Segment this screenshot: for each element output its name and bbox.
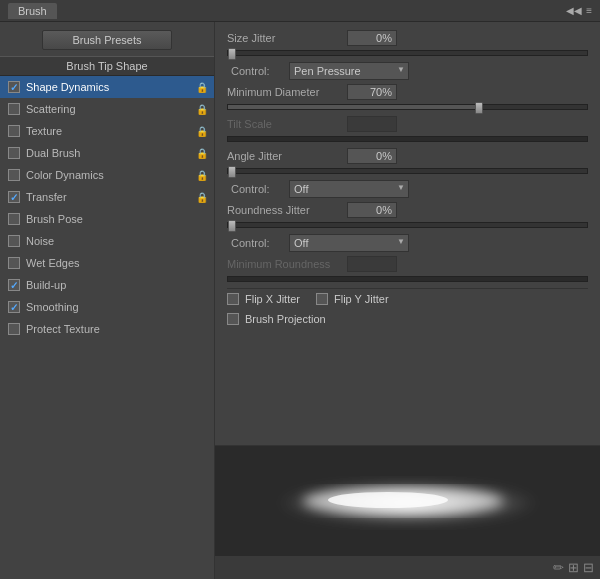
tilt-scale-row: Tilt Scale <box>227 116 588 132</box>
flip-x-row: Flip X Jitter <box>227 293 300 305</box>
min-diameter-thumb[interactable] <box>475 102 483 114</box>
angle-control-row: Control: Off Fade Pen Pressure Pen Tilt <box>227 180 588 198</box>
size-jitter-track[interactable] <box>227 50 588 56</box>
bottom-icon-2[interactable]: ⊞ <box>568 560 579 575</box>
min-roundness-value[interactable] <box>347 256 397 272</box>
menu-icon[interactable]: ≡ <box>586 5 592 16</box>
checkbox-flip-y[interactable] <box>316 293 328 305</box>
size-jitter-thumb[interactable] <box>228 48 236 60</box>
size-jitter-slider[interactable] <box>227 50 588 56</box>
min-diameter-label: Minimum Diameter <box>227 86 347 98</box>
checkbox-shape-dynamics[interactable] <box>8 81 20 93</box>
sidebar-item-wet-edges[interactable]: Wet Edges <box>0 252 214 274</box>
brush-presets-button[interactable]: Brush Presets <box>42 30 172 50</box>
size-control-label: Control: <box>231 65 281 77</box>
sidebar-item-build-up[interactable]: Build-up <box>0 274 214 296</box>
checkbox-smoothing[interactable] <box>8 301 20 313</box>
panel-body: Brush Presets Brush Tip Shape Shape Dyna… <box>0 22 600 579</box>
bottom-icon-3[interactable]: ⊟ <box>583 560 594 575</box>
sidebar-item-protect-texture[interactable]: Protect Texture <box>0 318 214 340</box>
roundness-control-select[interactable]: Off Fade Pen Pressure Pen Tilt <box>289 234 409 252</box>
min-diameter-fill <box>228 105 479 109</box>
sidebar-item-smoothing[interactable]: Smoothing <box>0 296 214 318</box>
sidebar-item-transfer[interactable]: Transfer 🔒 <box>0 186 214 208</box>
checkbox-protect-texture[interactable] <box>8 323 20 335</box>
roundness-jitter-thumb[interactable] <box>228 220 236 232</box>
sidebar-item-scattering[interactable]: Scattering 🔒 <box>0 98 214 120</box>
angle-jitter-thumb[interactable] <box>228 166 236 178</box>
min-diameter-track[interactable] <box>227 104 588 110</box>
checkbox-noise[interactable] <box>8 235 20 247</box>
right-panel: Size Jitter Control: Pen Pressure <box>215 22 600 579</box>
sidebar-item-brush-pose[interactable]: Brush Pose <box>0 208 214 230</box>
checkbox-brush-pose[interactable] <box>8 213 20 225</box>
brush-preview-svg <box>248 461 568 541</box>
panel-tab[interactable]: Brush <box>8 3 57 19</box>
flip-row: Flip X Jitter Flip Y Jitter <box>227 293 588 309</box>
roundness-jitter-track[interactable] <box>227 222 588 228</box>
min-diameter-row: Minimum Diameter <box>227 84 588 100</box>
sidebar-item-shape-dynamics[interactable]: Shape Dynamics 🔒 <box>0 76 214 98</box>
bottom-icon-1[interactable]: ✏ <box>553 560 564 575</box>
checkbox-build-up[interactable] <box>8 279 20 291</box>
roundness-jitter-row: Roundness Jitter <box>227 202 588 218</box>
checkbox-flip-x[interactable] <box>227 293 239 305</box>
min-roundness-slider <box>227 276 588 282</box>
size-control-select[interactable]: Pen Pressure Off Fade Pen Tilt Stylus Wh… <box>289 62 409 80</box>
section-header: Brush Tip Shape <box>0 56 214 76</box>
sidebar-label-smoothing: Smoothing <box>26 301 208 313</box>
sidebar-item-noise[interactable]: Noise <box>0 230 214 252</box>
roundness-jitter-label: Roundness Jitter <box>227 204 347 216</box>
sidebar-label-build-up: Build-up <box>26 279 208 291</box>
angle-control-select[interactable]: Off Fade Pen Pressure Pen Tilt <box>289 180 409 198</box>
checkbox-wet-edges[interactable] <box>8 257 20 269</box>
roundness-control-select-wrapper: Off Fade Pen Pressure Pen Tilt <box>289 234 409 252</box>
sidebar-item-color-dynamics[interactable]: Color Dynamics 🔒 <box>0 164 214 186</box>
checkbox-transfer[interactable] <box>8 191 20 203</box>
lock-icon-texture: 🔒 <box>196 126 208 137</box>
sidebar-label-noise: Noise <box>26 235 208 247</box>
size-control-row: Control: Pen Pressure Off Fade Pen Tilt … <box>227 62 588 80</box>
min-diameter-slider[interactable] <box>227 104 588 110</box>
checkbox-texture[interactable] <box>8 125 20 137</box>
checkbox-color-dynamics[interactable] <box>8 169 20 181</box>
svg-point-2 <box>328 492 448 508</box>
checkbox-dual-brush[interactable] <box>8 147 20 159</box>
angle-jitter-track[interactable] <box>227 168 588 174</box>
sidebar-label-shape-dynamics: Shape Dynamics <box>26 81 194 93</box>
sidebar-label-brush-pose: Brush Pose <box>26 213 208 225</box>
roundness-control-row: Control: Off Fade Pen Pressure Pen Tilt <box>227 234 588 252</box>
min-roundness-label: Minimum Roundness <box>227 258 347 270</box>
angle-jitter-slider[interactable] <box>227 168 588 174</box>
roundness-jitter-value[interactable] <box>347 202 397 218</box>
tilt-scale-label: Tilt Scale <box>227 118 347 130</box>
lock-icon-scattering: 🔒 <box>196 104 208 115</box>
brush-projection-row: Brush Projection <box>227 313 588 325</box>
lock-icon-shape-dynamics: 🔒 <box>196 82 208 93</box>
tilt-scale-value[interactable] <box>347 116 397 132</box>
tilt-scale-track <box>227 136 588 142</box>
min-diameter-value[interactable] <box>347 84 397 100</box>
sidebar-item-dual-brush[interactable]: Dual Brush 🔒 <box>0 142 214 164</box>
brush-panel: Brush ◀◀ ≡ Brush Presets Brush Tip Shape… <box>0 0 600 579</box>
flip-x-label: Flip X Jitter <box>245 293 300 305</box>
roundness-jitter-slider[interactable] <box>227 222 588 228</box>
tilt-scale-slider <box>227 136 588 142</box>
checkbox-scattering[interactable] <box>8 103 20 115</box>
sidebar-list: Shape Dynamics 🔒 Scattering 🔒 Texture 🔒 <box>0 76 214 575</box>
angle-control-select-wrapper: Off Fade Pen Pressure Pen Tilt <box>289 180 409 198</box>
size-control-select-wrapper: Pen Pressure Off Fade Pen Tilt Stylus Wh… <box>289 62 409 80</box>
sidebar-label-color-dynamics: Color Dynamics <box>26 169 194 181</box>
sidebar: Brush Presets Brush Tip Shape Shape Dyna… <box>0 22 215 579</box>
angle-jitter-value[interactable] <box>347 148 397 164</box>
title-bar: Brush ◀◀ ≡ <box>0 0 600 22</box>
roundness-control-label: Control: <box>231 237 281 249</box>
sidebar-label-wet-edges: Wet Edges <box>26 257 208 269</box>
collapse-icon[interactable]: ◀◀ <box>566 5 582 16</box>
checkbox-brush-projection[interactable] <box>227 313 239 325</box>
size-jitter-label: Size Jitter <box>227 32 347 44</box>
sidebar-label-texture: Texture <box>26 125 194 137</box>
panel-icons: ◀◀ ≡ <box>566 5 592 16</box>
size-jitter-value[interactable] <box>347 30 397 46</box>
sidebar-item-texture[interactable]: Texture 🔒 <box>0 120 214 142</box>
